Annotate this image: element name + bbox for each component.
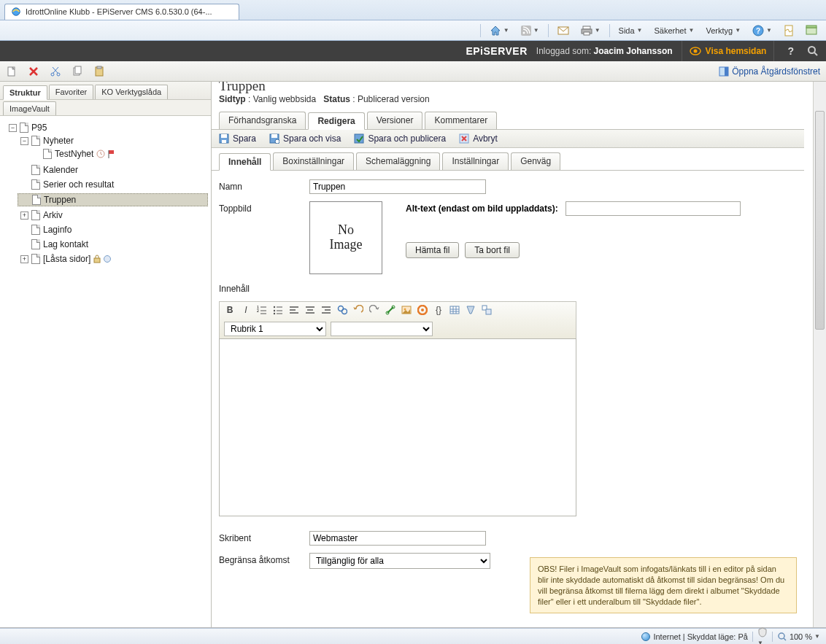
svg-rect-6	[584, 32, 590, 35]
clean-icon[interactable]	[465, 304, 476, 316]
menu-verktyg[interactable]: Verktyg▼	[703, 25, 744, 36]
home-icon[interactable]: ▼	[487, 23, 512, 38]
page-title: Truppen	[219, 82, 804, 94]
svg-point-43	[274, 306, 275, 308]
ol-icon[interactable]: 12	[256, 304, 268, 316]
tree-node-arkiv[interactable]: +Arkiv	[18, 209, 208, 221]
page-icon	[31, 225, 40, 235]
rte-toolbar: B I 12 {}	[219, 301, 576, 338]
tree-node-truppen[interactable]: Truppen	[18, 193, 208, 206]
image-icon[interactable]	[401, 304, 412, 316]
subtab-box[interactable]: Boxinställningar	[273, 152, 354, 170]
tree-node-lagkontakt[interactable]: Lag kontakt	[18, 238, 208, 250]
format-select[interactable]	[331, 322, 433, 336]
tree-node-root[interactable]: −P95	[6, 122, 208, 133]
name-label: Namn	[219, 179, 309, 192]
sidebar-tab-struktur[interactable]: Struktur	[3, 85, 47, 100]
svg-rect-20	[75, 66, 81, 74]
subtab-shortcut[interactable]: Genväg	[511, 152, 560, 170]
undo-icon[interactable]	[352, 304, 364, 316]
tab-edit[interactable]: Redigera	[308, 112, 364, 130]
writer-input[interactable]	[309, 531, 486, 546]
search-icon[interactable]	[807, 45, 819, 57]
ul-icon[interactable]	[272, 304, 284, 316]
sidebar-tab-ko[interactable]: KO Verktygslåda	[95, 85, 168, 99]
page-icon	[31, 254, 40, 264]
tab-versions[interactable]: Versioner	[367, 112, 423, 129]
delete-icon[interactable]	[28, 66, 39, 77]
open-action-panel[interactable]: Öppna Åtgärdsfönstret	[719, 66, 820, 77]
expand-icon[interactable]: +	[20, 255, 28, 263]
help-button[interactable]: ?	[783, 45, 798, 57]
italic-icon[interactable]: I	[240, 304, 252, 316]
align-left-icon[interactable]	[288, 304, 300, 316]
tree-node-lasta[interactable]: +[Låsta sidor]	[18, 253, 208, 265]
mail-icon[interactable]	[555, 25, 572, 36]
redo-icon[interactable]	[368, 304, 380, 316]
link-icon[interactable]	[385, 304, 396, 316]
source-icon[interactable]: {}	[433, 304, 444, 316]
content-editor[interactable]	[219, 338, 576, 516]
style-select[interactable]: Rubrik 1	[224, 322, 326, 336]
paste-icon[interactable]	[93, 66, 105, 77]
cut-icon[interactable]	[50, 66, 61, 77]
page-icon	[31, 179, 40, 190]
tree-node-laginfo[interactable]: Laginfo	[18, 224, 208, 236]
copy-icon[interactable]	[72, 66, 83, 77]
protected-mode-icon[interactable]: ▼	[757, 627, 768, 645]
access-select[interactable]: Tillgänglig för alla	[309, 553, 490, 569]
zoom-control[interactable]: 100 %▼	[777, 632, 820, 642]
topimg-label: Toppbild	[219, 201, 309, 214]
imagevault-icon[interactable]	[417, 304, 428, 316]
menu-sakerhet[interactable]: Säkerhet▼	[652, 25, 698, 36]
alt-text-input[interactable]	[566, 201, 741, 216]
broken-page-icon[interactable]	[781, 23, 797, 38]
page-tree: −P95 −Nyheter TestNyhet Kalender	[0, 116, 211, 627]
save-view-button[interactable]: Spara och visa	[269, 133, 341, 144]
save-publish-button[interactable]: Spara och publicera	[354, 133, 446, 144]
tree-node-kalender[interactable]: Kalender	[18, 164, 208, 176]
save-view-icon	[269, 133, 279, 144]
content-v-scrollbar[interactable]	[813, 82, 826, 627]
browser-tab[interactable]: IdrottOnline Klubb - EPiServer CMS 6.0.5…	[4, 4, 239, 20]
svg-point-17	[51, 73, 54, 76]
expand-icon[interactable]: +	[20, 212, 28, 220]
svg-rect-10	[806, 28, 817, 34]
find-icon[interactable]	[336, 304, 348, 316]
menu-sida[interactable]: Sida▼	[616, 25, 646, 36]
new-page-icon[interactable]	[6, 66, 18, 77]
remove-file-button[interactable]: Ta bort fil	[465, 242, 520, 258]
svg-point-35	[275, 139, 279, 144]
save-button[interactable]: Spara	[219, 133, 256, 144]
feeds-icon[interactable]: ▼	[518, 24, 542, 37]
table-icon[interactable]	[449, 304, 460, 316]
collapse-icon[interactable]: −	[9, 124, 17, 132]
writer-label: Skribent	[219, 531, 309, 543]
cancel-button[interactable]: Avbryt	[459, 133, 498, 144]
tree-node-testnyhet[interactable]: TestNyhet	[29, 148, 208, 160]
bold-icon[interactable]: B	[224, 304, 236, 316]
tree-node-nyheter[interactable]: −Nyheter	[18, 135, 208, 147]
print-icon[interactable]: ▼	[578, 24, 603, 37]
fetch-file-button[interactable]: Hämta fil	[406, 242, 459, 258]
sidebar-tab-favoriter[interactable]: Favoriter	[49, 85, 93, 99]
view-site-link[interactable]: Visa hemsidan	[682, 41, 775, 61]
subtab-schedule[interactable]: Schemaläggning	[356, 152, 440, 170]
name-input[interactable]	[309, 179, 486, 194]
sidebar-tab-imagevault[interactable]: ImageVault	[3, 101, 56, 115]
tree-node-serier[interactable]: Serier och resultat	[18, 179, 208, 190]
devtools-icon[interactable]	[803, 23, 820, 38]
align-center-icon[interactable]	[304, 304, 316, 316]
tab-preview[interactable]: Förhandsgranska	[219, 112, 306, 129]
help-icon[interactable]: ?▼	[749, 23, 775, 38]
svg-rect-31	[221, 134, 227, 138]
subtab-settings[interactable]: Inställningar	[442, 152, 509, 170]
svg-line-15	[814, 53, 817, 55]
svg-point-18	[57, 73, 60, 76]
collapse-icon[interactable]: −	[20, 137, 28, 145]
panel-icon	[719, 66, 729, 77]
subtab-content[interactable]: Innehåll	[219, 153, 271, 171]
align-right-icon[interactable]	[320, 304, 332, 316]
fullscreen-icon[interactable]	[481, 304, 493, 316]
tab-comments[interactable]: Kommentarer	[425, 112, 497, 129]
